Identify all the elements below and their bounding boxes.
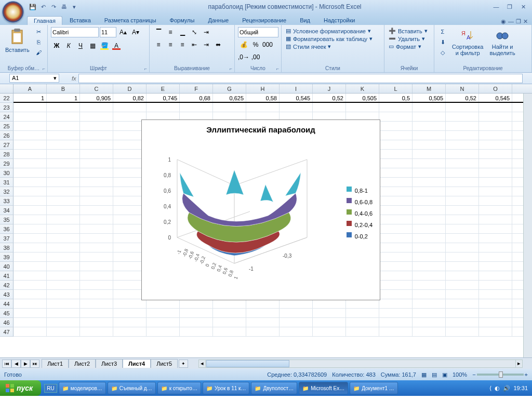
formula-input[interactable] (78, 74, 523, 83)
cell[interactable] (413, 122, 446, 130)
grow-font-icon[interactable]: A▴ (117, 27, 129, 37)
cell[interactable] (379, 234, 413, 243)
cell[interactable] (47, 309, 80, 317)
cell[interactable] (413, 252, 446, 261)
cell[interactable] (379, 140, 413, 149)
undo-icon[interactable]: ↶ (38, 2, 48, 11)
start-button[interactable]: пуск (0, 380, 41, 396)
cell[interactable] (479, 290, 512, 299)
font-name-select[interactable] (51, 27, 99, 37)
fill-icon[interactable]: ⬇ (437, 37, 448, 47)
currency-icon[interactable]: 💰 (238, 39, 249, 50)
cell[interactable]: 0,905 (80, 94, 113, 102)
cell[interactable] (246, 103, 280, 112)
tab-scroll-last-icon[interactable]: ⏭ (30, 360, 39, 368)
column-header[interactable]: B (47, 84, 80, 93)
cell[interactable] (446, 327, 479, 336)
comma-icon[interactable]: 000 (262, 39, 273, 50)
cell[interactable] (413, 318, 446, 327)
font-launcher-icon[interactable]: ⌐ (144, 66, 147, 71)
cell[interactable] (14, 309, 47, 317)
cell[interactable] (379, 327, 413, 336)
ribbon-tab-0[interactable]: Главная (27, 16, 62, 25)
cell[interactable] (479, 122, 512, 130)
cell[interactable] (246, 299, 280, 308)
hscroll-left-icon[interactable]: ◂ (199, 360, 206, 367)
cell[interactable] (47, 140, 80, 149)
cell[interactable] (413, 196, 446, 205)
row-header[interactable]: 31 (0, 178, 14, 187)
cell[interactable] (379, 281, 413, 289)
cell[interactable] (80, 215, 113, 224)
cell[interactable] (346, 327, 379, 336)
cell[interactable] (379, 112, 413, 121)
cell[interactable] (446, 224, 479, 233)
column-header[interactable]: I (280, 84, 313, 93)
name-box[interactable]: A1▾ (9, 74, 59, 83)
cell[interactable] (446, 215, 479, 224)
ribbon-tab-6[interactable]: Вид (294, 16, 316, 25)
cell[interactable] (479, 318, 512, 327)
fx-icon[interactable]: fx (72, 75, 76, 82)
cell[interactable] (80, 318, 113, 327)
cut-icon[interactable]: ✂ (34, 27, 44, 36)
cell[interactable] (413, 206, 446, 215)
doc-minimize-button[interactable]: — (508, 18, 514, 25)
print-icon[interactable]: 🖶 (59, 2, 69, 11)
cell[interactable] (14, 252, 47, 261)
tab-scroll-prev-icon[interactable]: ◀ (11, 360, 21, 368)
cell[interactable]: 0,545 (479, 94, 512, 102)
clock[interactable]: 19:31 (513, 385, 528, 391)
cell[interactable] (446, 122, 479, 130)
cell[interactable] (413, 271, 446, 280)
taskbar-item[interactable]: 📁Съемный д… (108, 382, 156, 394)
cell[interactable] (47, 196, 80, 205)
column-header[interactable]: M (413, 84, 446, 93)
cell[interactable] (479, 215, 512, 224)
row-header[interactable]: 44 (0, 299, 14, 309)
decrease-indent-icon[interactable]: ⇤ (189, 39, 200, 50)
office-button[interactable] (2, 1, 24, 23)
cell[interactable] (379, 150, 413, 158)
cell[interactable] (446, 318, 479, 327)
align-middle-icon[interactable]: ≡ (165, 27, 176, 37)
taskbar-item[interactable]: 📁моделиров… (59, 382, 106, 394)
cell[interactable] (479, 178, 512, 187)
align-top-icon[interactable]: ▔ (153, 27, 164, 37)
cell[interactable] (180, 103, 213, 112)
cell[interactable] (213, 299, 246, 308)
cell[interactable] (479, 140, 512, 149)
cell[interactable] (14, 327, 47, 336)
doc-restore-button[interactable]: ❐ (516, 18, 521, 25)
tray-icon[interactable]: 🔊 (503, 385, 510, 392)
namebox-dropdown-icon[interactable]: ▾ (54, 75, 57, 82)
cell[interactable] (280, 299, 313, 308)
cell[interactable] (47, 262, 80, 271)
cell[interactable] (47, 290, 80, 299)
cell[interactable] (479, 243, 512, 252)
cell[interactable] (180, 327, 213, 336)
cell[interactable] (413, 112, 446, 121)
align-right-icon[interactable]: ≡ (177, 39, 188, 50)
cell[interactable] (14, 178, 47, 187)
cell[interactable] (413, 299, 446, 308)
cell[interactable] (379, 262, 413, 271)
cell[interactable] (446, 103, 479, 112)
cell[interactable] (479, 234, 512, 243)
cell[interactable]: 0,5 (379, 94, 413, 102)
ribbon-tab-2[interactable]: Разметка страницы (98, 16, 163, 25)
cell[interactable] (47, 178, 80, 187)
zoom-out-icon[interactable]: − (472, 371, 475, 378)
cell[interactable] (80, 168, 113, 177)
cell[interactable] (313, 309, 346, 317)
row-header[interactable]: 22 (0, 94, 14, 103)
cell[interactable] (446, 206, 479, 215)
cell[interactable] (113, 103, 147, 112)
cell[interactable]: 0,68 (180, 94, 213, 102)
tray-icon[interactable]: ⟨ (489, 385, 491, 392)
view-layout-icon[interactable]: ▤ (432, 371, 437, 378)
cell[interactable] (80, 112, 113, 121)
cell[interactable] (14, 243, 47, 252)
cell[interactable] (479, 112, 512, 121)
cell[interactable] (14, 196, 47, 205)
